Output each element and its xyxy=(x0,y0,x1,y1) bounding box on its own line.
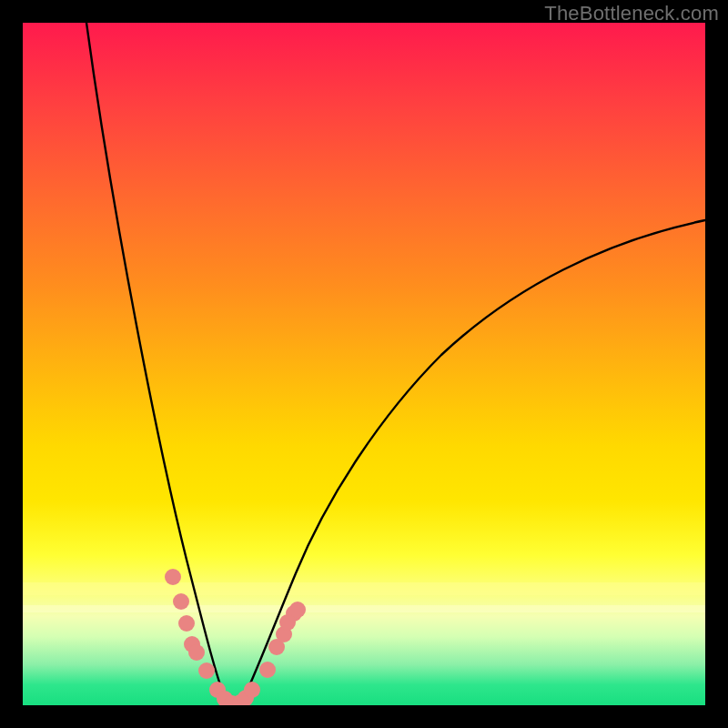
svg-point-19 xyxy=(289,602,306,618)
chart-plot-area xyxy=(23,23,705,705)
svg-point-7 xyxy=(198,662,215,679)
svg-rect-0 xyxy=(23,582,705,595)
curve-left xyxy=(86,23,232,705)
svg-point-13 xyxy=(244,682,260,698)
svg-rect-1 xyxy=(23,605,705,612)
svg-point-6 xyxy=(188,644,205,661)
gradient-highlight-bands xyxy=(23,582,705,612)
svg-point-2 xyxy=(165,569,181,585)
curve-right xyxy=(232,220,705,705)
svg-point-3 xyxy=(173,593,189,610)
chart-outer-frame: TheBottleneck.com xyxy=(0,0,728,728)
chart-svg xyxy=(23,23,705,705)
svg-point-4 xyxy=(178,615,195,632)
watermark-text: TheBottleneck.com xyxy=(544,2,719,25)
svg-point-14 xyxy=(259,662,276,678)
